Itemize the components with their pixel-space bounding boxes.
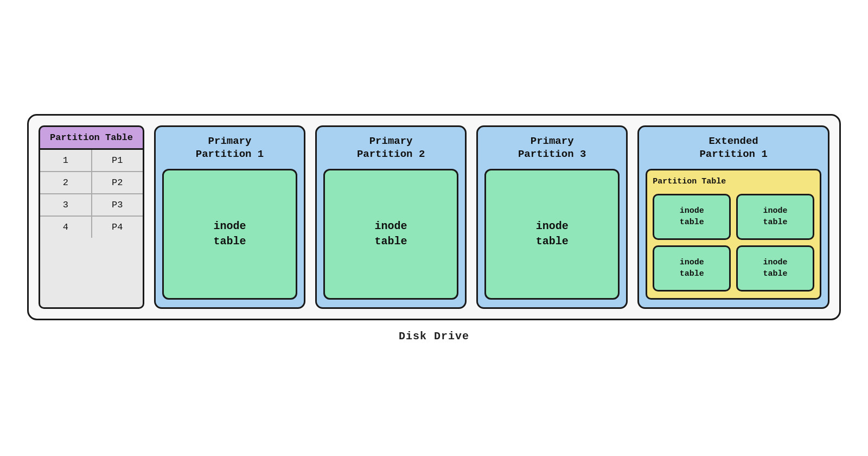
inode-table-3: inodetable [484, 169, 620, 300]
pt-name: P2 [92, 172, 143, 193]
disk-label: Disk Drive [399, 330, 469, 343]
extended-inner: Partition Table inodetableinodetableinod… [646, 169, 821, 300]
table-row: 4 P4 [40, 217, 143, 238]
primary-partition-3: PrimaryPartition 3 inodetable [476, 125, 628, 309]
page-container: Partition Table 1 P1 2 P2 3 P3 4 P4 Prim… [27, 114, 841, 343]
table-row: 3 P3 [40, 194, 143, 217]
extended-inode-1: inodetable [653, 194, 731, 240]
table-row: 1 P1 [40, 150, 143, 172]
table-row: 2 P2 [40, 172, 143, 194]
pt-num: 2 [40, 172, 92, 193]
primary-partition-2-title: PrimaryPartition 2 [357, 135, 425, 161]
extended-inode-2: inodetable [736, 194, 814, 240]
extended-inode-3: inodetable [653, 245, 731, 292]
pt-num: 4 [40, 217, 92, 238]
partition-table-header: Partition Table [39, 125, 144, 150]
partition-table-body: 1 P1 2 P2 3 P3 4 P4 [39, 150, 144, 309]
extended-inode-4: inodetable [736, 245, 814, 292]
primary-partition-3-title: PrimaryPartition 3 [518, 135, 586, 161]
inode-table-1: inodetable [162, 169, 297, 300]
pt-num: 1 [40, 150, 92, 171]
inode-grid: inodetableinodetableinodetableinodetable [653, 194, 814, 292]
extended-pt-header: Partition Table [653, 177, 814, 186]
inode-table-2: inodetable [323, 169, 458, 300]
extended-partition-title: ExtendedPartition 1 [646, 135, 821, 161]
pt-name: P4 [92, 217, 143, 238]
primary-partition-1: PrimaryPartition 1 inodetable [154, 125, 305, 309]
primary-partition-1-title: PrimaryPartition 1 [196, 135, 264, 161]
extended-partition: ExtendedPartition 1 Partition Table inod… [637, 125, 829, 309]
pt-num: 3 [40, 194, 92, 216]
partition-table-container: Partition Table 1 P1 2 P2 3 P3 4 P4 [39, 125, 144, 309]
pt-name: P1 [92, 150, 143, 171]
pt-name: P3 [92, 194, 143, 216]
disk-drive-box: Partition Table 1 P1 2 P2 3 P3 4 P4 Prim… [27, 114, 841, 320]
primary-partition-2: PrimaryPartition 2 inodetable [315, 125, 467, 309]
